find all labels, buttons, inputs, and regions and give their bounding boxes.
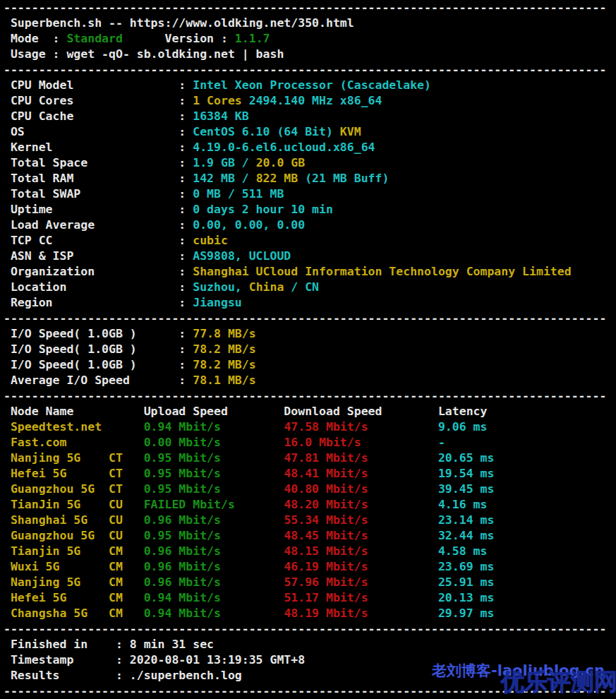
io-row-4: Average I/O Speed : 78.1 MB/s	[4, 373, 616, 388]
io-row-3: I/O Speed( 1.0GB ) : 78.2 MB/s	[4, 357, 616, 373]
speedtest-row-nanjing-5g-ct: Nanjing 5G CT 0.95 Mbit/s 47.81 Mbit/s 2…	[4, 450, 616, 466]
separator: ----------------------------------------…	[4, 62, 616, 78]
sysinfo-tcp-cc: TCP CC : cubic	[4, 233, 616, 249]
sysinfo-total-ram: Total RAM : 142 MB / 822 MB (21 MB Buff)	[4, 171, 616, 186]
mode-version-line: Mode : Standard Version : 1.1.7	[4, 31, 616, 47]
speedtest-row-hefei-5g-cm: Hefei 5G CM 0.94 Mbit/s 51.17 Mbit/s 20.…	[4, 590, 616, 606]
sysinfo-cpu-model: CPU Model : Intel Xeon Processor (Cascad…	[4, 78, 616, 93]
speedtest-row-guangzhou-5g-cu: Guangzhou 5G CU 0.95 Mbit/s 48.45 Mbit/s…	[4, 528, 616, 544]
sysinfo-uptime: Uptime : 0 days 2 hour 10 min	[4, 202, 616, 217]
io-row-1: I/O Speed( 1.0GB ) : 77.8 MB/s	[4, 326, 616, 342]
sysinfo-load-average: Load Average : 0.00, 0.00, 0.00	[4, 217, 616, 233]
separator: ----------------------------------------…	[4, 0, 616, 16]
footer-finished-in: Finished in : 8 min 31 sec	[4, 637, 616, 652]
speedtest-row-hefei-5g-ct: Hefei 5G CT 0.95 Mbit/s 48.41 Mbit/s 19.…	[4, 466, 616, 482]
sysinfo-organization: Organization : Shanghai UCloud Informati…	[4, 264, 616, 280]
sysinfo-total-swap: Total SWAP : 0 MB / 511 MB	[4, 186, 616, 202]
speedtest-row-shanghai-5g-cu: Shanghai 5G CU 0.96 Mbit/s 55.34 Mbit/s …	[4, 513, 616, 528]
speedtest-row-tianjin-5g-cm: Tianjin 5G CM 0.96 Mbit/s 48.15 Mbit/s 4…	[4, 544, 616, 559]
usage-line: Usage : wget -qO- sb.oldking.net | bash	[4, 47, 616, 62]
watermark-youle: 优乐评测网	[501, 667, 616, 698]
separator: ----------------------------------------…	[4, 621, 616, 637]
speedtest-row-wuxi-5g-cm: Wuxi 5G CM 0.96 Mbit/s 46.19 Mbit/s 23.6…	[4, 559, 616, 575]
sysinfo-cpu-cores: CPU Cores : 1 Cores 2494.140 MHz x86_64	[4, 93, 616, 109]
sysinfo-region: Region : Jiangsu	[4, 295, 616, 311]
speedtest-row-changsha-5g-cm: Changsha 5G CM 0.94 Mbit/s 48.19 Mbit/s …	[4, 606, 616, 621]
script-title: Superbench.sh -- https://www.oldking.net…	[4, 16, 616, 31]
speedtest-row-nanjing-5g-cm: Nanjing 5G CM 0.96 Mbit/s 57.96 Mbit/s 2…	[4, 575, 616, 590]
speedtest-row-speedtest-net: Speedtest.net 0.94 Mbit/s 47.58 Mbit/s 9…	[4, 419, 616, 435]
sysinfo-asn-isp: ASN & ISP : AS9808, UCLOUD	[4, 249, 616, 264]
speedtest-header: Node Name Upload Speed Download Speed La…	[4, 404, 616, 419]
terminal-output: ----------------------------------------…	[0, 0, 616, 699]
speedtest-row-guangzhou-5g-ct: Guangzhou 5G CT 0.95 Mbit/s 40.80 Mbit/s…	[4, 482, 616, 497]
sysinfo-location: Location : Suzhou, China / CN	[4, 280, 616, 295]
speedtest-row-fast-com: Fast.com 0.00 Mbit/s 16.0 Mbit/s -	[4, 435, 616, 450]
sysinfo-cpu-cache: CPU Cache : 16384 KB	[4, 109, 616, 124]
sysinfo-os: OS : CentOS 6.10 (64 Bit) KVM	[4, 124, 616, 140]
separator: ----------------------------------------…	[4, 388, 616, 404]
sysinfo-kernel: Kernel : 4.19.0-6.el6.ucloud.x86_64	[4, 140, 616, 155]
speedtest-row-tianjin-5g-cu: TianJin 5G CU FAILED Mbit/s 48.20 Mbit/s…	[4, 497, 616, 513]
separator: ----------------------------------------…	[4, 311, 616, 326]
sysinfo-total-space: Total Space : 1.9 GB / 20.0 GB	[4, 155, 616, 171]
io-row-2: I/O Speed( 1.0GB ) : 78.2 MB/s	[4, 342, 616, 357]
